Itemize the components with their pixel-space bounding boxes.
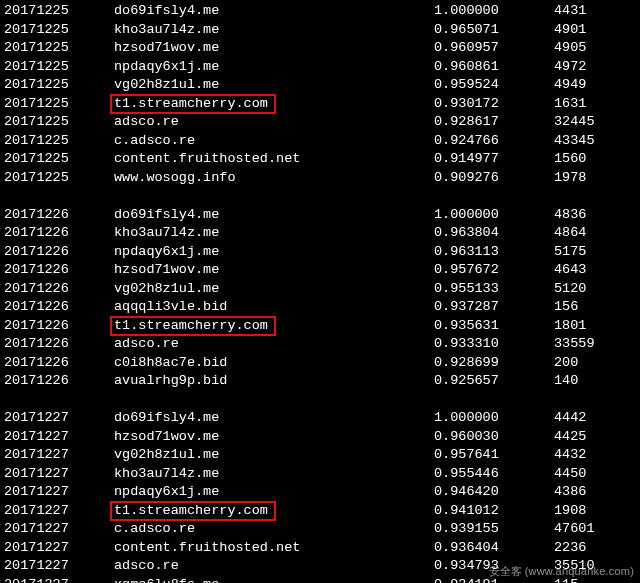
cell-value: 0.946420 bbox=[434, 483, 554, 502]
cell-host: adsco.re bbox=[94, 113, 434, 132]
cell-count: 5120 bbox=[554, 280, 634, 299]
cell-count: 4949 bbox=[554, 76, 634, 95]
cell-date: 20171226 bbox=[4, 372, 94, 391]
table-row: 20171227do69ifsly4.me1.0000004442 bbox=[4, 409, 640, 428]
cell-value: 0.955133 bbox=[434, 280, 554, 299]
cell-date: 20171227 bbox=[4, 557, 94, 576]
table-row: 20171225vg02h8z1ul.me0.9595244949 bbox=[4, 76, 640, 95]
cell-count: 1560 bbox=[554, 150, 634, 169]
cell-date: 20171227 bbox=[4, 539, 94, 558]
cell-count: 4901 bbox=[554, 21, 634, 40]
cell-count: 4450 bbox=[554, 465, 634, 484]
table-row: 20171226vg02h8z1ul.me0.9551335120 bbox=[4, 280, 640, 299]
cell-date: 20171226 bbox=[4, 280, 94, 299]
cell-date: 20171225 bbox=[4, 150, 94, 169]
cell-date: 20171227 bbox=[4, 465, 94, 484]
cell-value: 0.963804 bbox=[434, 224, 554, 243]
cell-value: 0.930172 bbox=[434, 95, 554, 114]
cell-date: 20171226 bbox=[4, 317, 94, 336]
cell-date: 20171226 bbox=[4, 261, 94, 280]
table-row: 20171225c.adsco.re0.92476643345 bbox=[4, 132, 640, 151]
table-row: 20171226npdaqy6x1j.me0.9631135175 bbox=[4, 243, 640, 262]
table-row: 20171225t1.streamcherry.com0.9301721631 bbox=[4, 95, 640, 114]
cell-count: 43345 bbox=[554, 132, 634, 151]
cell-count: 1801 bbox=[554, 317, 634, 336]
cell-host: content.fruithosted.net bbox=[94, 150, 434, 169]
cell-host: npdaqy6x1j.me bbox=[94, 243, 434, 262]
cell-value: 0.909276 bbox=[434, 169, 554, 188]
cell-count: 1631 bbox=[554, 95, 634, 114]
table-row: 20171226aqqqli3vle.bid0.937287156 bbox=[4, 298, 640, 317]
cell-host: avualrhg9p.bid bbox=[94, 372, 434, 391]
cell-value: 1.000000 bbox=[434, 2, 554, 21]
cell-count: 4972 bbox=[554, 58, 634, 77]
cell-value: 0.924766 bbox=[434, 132, 554, 151]
cell-count: 156 bbox=[554, 298, 634, 317]
cell-date: 20171226 bbox=[4, 354, 94, 373]
cell-host: adsco.re bbox=[94, 557, 434, 576]
cell-count: 2236 bbox=[554, 539, 634, 558]
cell-count: 5175 bbox=[554, 243, 634, 262]
table-row: 20171225hzsod71wov.me0.9609574905 bbox=[4, 39, 640, 58]
cell-count: 4432 bbox=[554, 446, 634, 465]
cell-count: 4386 bbox=[554, 483, 634, 502]
cell-value: 0.965071 bbox=[434, 21, 554, 40]
cell-date: 20171225 bbox=[4, 113, 94, 132]
cell-date: 20171225 bbox=[4, 58, 94, 77]
cell-count: 47601 bbox=[554, 520, 634, 539]
cell-value: 0.914977 bbox=[434, 150, 554, 169]
cell-date: 20171225 bbox=[4, 76, 94, 95]
cell-value: 0.960957 bbox=[434, 39, 554, 58]
table-row: 20171227npdaqy6x1j.me0.9464204386 bbox=[4, 483, 640, 502]
table-row: 20171225kho3au7l4z.me0.9650714901 bbox=[4, 21, 640, 40]
cell-host: vg02h8z1ul.me bbox=[94, 76, 434, 95]
cell-host: www.wosogg.info bbox=[94, 169, 434, 188]
cell-count: 4431 bbox=[554, 2, 634, 21]
cell-host: adsco.re bbox=[94, 335, 434, 354]
table-row: 20171225adsco.re0.92861732445 bbox=[4, 113, 640, 132]
cell-date: 20171226 bbox=[4, 243, 94, 262]
table-row: 20171225content.fruithosted.net0.9149771… bbox=[4, 150, 640, 169]
table-row: 20171226kho3au7l4z.me0.9638044864 bbox=[4, 224, 640, 243]
blank-row bbox=[4, 187, 640, 206]
cell-date: 20171225 bbox=[4, 169, 94, 188]
table-row: 20171226do69ifsly4.me1.0000004836 bbox=[4, 206, 640, 225]
cell-host: kho3au7l4z.me bbox=[94, 21, 434, 40]
cell-host: c.adsco.re bbox=[94, 520, 434, 539]
cell-count: 33559 bbox=[554, 335, 634, 354]
cell-host: do69ifsly4.me bbox=[94, 2, 434, 21]
cell-value: 1.000000 bbox=[434, 409, 554, 428]
cell-host: xgmc6lu8fs.me bbox=[94, 576, 434, 584]
cell-value: 0.939155 bbox=[434, 520, 554, 539]
cell-date: 20171225 bbox=[4, 2, 94, 21]
cell-date: 20171226 bbox=[4, 335, 94, 354]
cell-host: content.fruithosted.net bbox=[94, 539, 434, 558]
cell-host: kho3au7l4z.me bbox=[94, 465, 434, 484]
cell-date: 20171227 bbox=[4, 446, 94, 465]
cell-date: 20171226 bbox=[4, 298, 94, 317]
highlight-box bbox=[110, 316, 276, 336]
cell-host: npdaqy6x1j.me bbox=[94, 483, 434, 502]
cell-date: 20171225 bbox=[4, 95, 94, 114]
cell-host: npdaqy6x1j.me bbox=[94, 58, 434, 77]
table-row: 20171226avualrhg9p.bid0.925657140 bbox=[4, 372, 640, 391]
cell-count: 1978 bbox=[554, 169, 634, 188]
cell-host: t1.streamcherry.com bbox=[94, 95, 434, 114]
watermark-url: (www.anquanke.com) bbox=[525, 565, 634, 577]
cell-value: 0.936404 bbox=[434, 539, 554, 558]
cell-host: hzsod71wov.me bbox=[94, 39, 434, 58]
table-row: 20171226c0i8h8ac7e.bid0.928699200 bbox=[4, 354, 640, 373]
cell-count: 4836 bbox=[554, 206, 634, 225]
cell-value: 0.957641 bbox=[434, 446, 554, 465]
table-row: 20171225www.wosogg.info0.9092761978 bbox=[4, 169, 640, 188]
cell-count: 32445 bbox=[554, 113, 634, 132]
cell-value: 0.928617 bbox=[434, 113, 554, 132]
table-row: 20171226t1.streamcherry.com0.9356311801 bbox=[4, 317, 640, 336]
cell-host: do69ifsly4.me bbox=[94, 206, 434, 225]
cell-date: 20171227 bbox=[4, 483, 94, 502]
cell-value: 0.960030 bbox=[434, 428, 554, 447]
table-row: 20171227kho3au7l4z.me0.9554464450 bbox=[4, 465, 640, 484]
highlight-box bbox=[110, 501, 276, 521]
table-row: 20171227hzsod71wov.me0.9600304425 bbox=[4, 428, 640, 447]
cell-host: c0i8h8ac7e.bid bbox=[94, 354, 434, 373]
